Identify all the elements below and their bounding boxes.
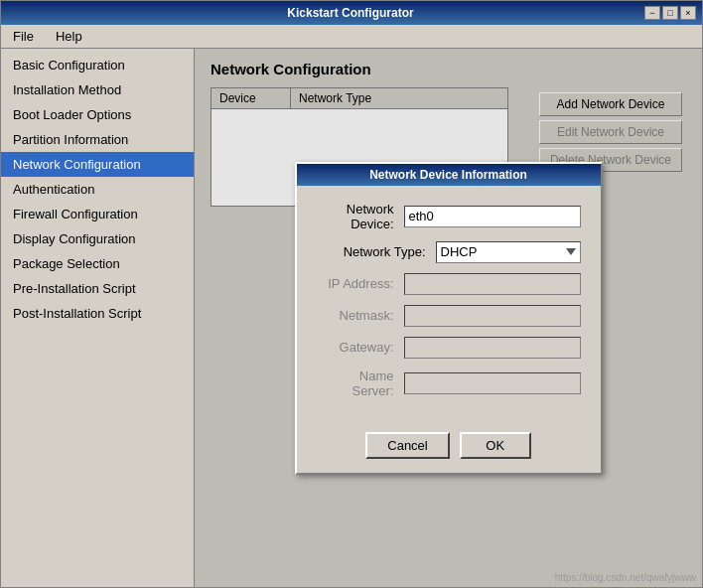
sidebar-item-basic-configuration[interactable]: Basic Configuration <box>1 53 194 77</box>
sidebar-item-partition-information[interactable]: Partition Information <box>1 127 194 152</box>
network-device-input[interactable] <box>404 206 581 227</box>
network-device-dialog: Network Device Information Network Devic… <box>295 162 603 475</box>
maximize-button[interactable]: □ <box>662 6 678 20</box>
sidebar-item-post-installation-script[interactable]: Post-Installation Script <box>1 301 194 326</box>
gateway-label: Gateway: <box>317 340 394 355</box>
gateway-input[interactable] <box>404 337 581 359</box>
sidebar-item-package-selection[interactable]: Package Selection <box>1 251 194 276</box>
ip-address-label: IP Address: <box>317 276 394 291</box>
dialog-body: Network Device: Network Type: DHCPStatic… <box>297 186 601 424</box>
gateway-row: Gateway: <box>317 337 581 359</box>
menu-bar: File Help <box>1 25 702 49</box>
minimize-button[interactable]: − <box>644 6 660 20</box>
window-title: Kickstart Configurator <box>57 6 644 20</box>
name-server-row: Name Server: <box>317 368 581 398</box>
sidebar-item-authentication[interactable]: Authentication <box>1 177 194 202</box>
name-server-input[interactable] <box>404 372 581 394</box>
name-server-label: Name Server: <box>317 368 394 398</box>
ip-address-input[interactable] <box>404 273 581 295</box>
main-window: Kickstart Configurator − □ × File Help B… <box>0 0 703 588</box>
cancel-button[interactable]: Cancel <box>365 432 449 459</box>
netmask-input[interactable] <box>404 305 581 327</box>
dialog-button-row: Cancel OK <box>297 424 601 473</box>
network-type-label: Network Type: <box>317 244 426 259</box>
sidebar-item-display-configuration[interactable]: Display Configuration <box>1 226 194 251</box>
netmask-row: Netmask: <box>317 305 581 327</box>
dialog-title: Network Device Information <box>297 164 601 186</box>
sidebar-item-network-configuration[interactable]: Network Configuration <box>1 152 194 177</box>
close-button[interactable]: × <box>680 6 696 20</box>
window-controls: − □ × <box>644 6 696 20</box>
menu-help[interactable]: Help <box>50 27 88 46</box>
network-device-row: Network Device: <box>317 202 581 231</box>
sidebar-item-firewall-configuration[interactable]: Firewall Configuration <box>1 202 194 226</box>
menu-file[interactable]: File <box>7 27 40 46</box>
network-device-label: Network Device: <box>317 202 394 231</box>
network-type-select[interactable]: DHCPStaticBOOTP <box>436 241 581 263</box>
title-bar: Kickstart Configurator − □ × <box>1 1 702 25</box>
ok-button[interactable]: OK <box>460 432 531 459</box>
netmask-label: Netmask: <box>317 308 394 323</box>
dialog-overlay: Network Device Information Network Devic… <box>195 49 702 587</box>
main-content: Basic ConfigurationInstallation MethodBo… <box>1 49 702 587</box>
network-type-row: Network Type: DHCPStaticBOOTP <box>317 241 581 263</box>
sidebar-item-installation-method[interactable]: Installation Method <box>1 77 194 102</box>
sidebar-item-pre-installation-script[interactable]: Pre-Installation Script <box>1 276 194 301</box>
ip-address-row: IP Address: <box>317 273 581 295</box>
sidebar: Basic ConfigurationInstallation MethodBo… <box>1 49 195 587</box>
content-area: Network Configuration Device Network Typ… <box>195 49 702 587</box>
sidebar-item-boot-loader-options[interactable]: Boot Loader Options <box>1 102 194 127</box>
